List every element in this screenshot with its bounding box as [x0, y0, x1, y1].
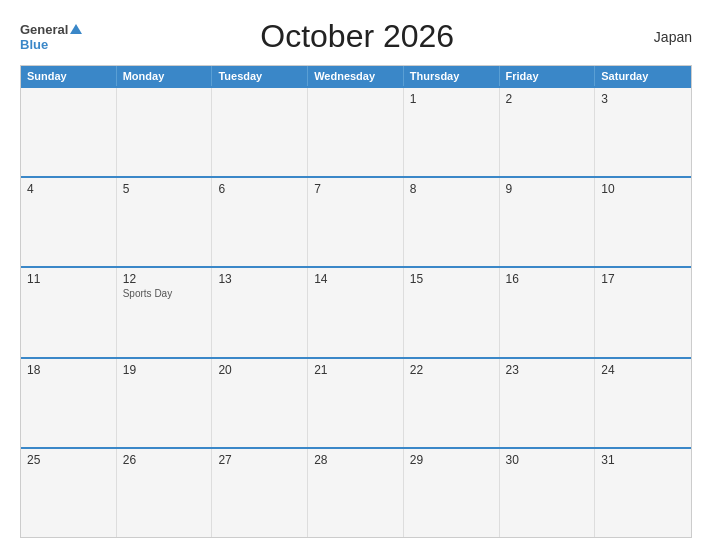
cell-oct-8: 8	[404, 178, 500, 266]
cell-oct-5: 5	[117, 178, 213, 266]
country-label: Japan	[632, 29, 692, 45]
week-4: 18 19 20 21 22 23 24	[21, 357, 691, 447]
week-5: 25 26 27 28 29 30 31	[21, 447, 691, 537]
cell-oct-28: 28	[308, 449, 404, 537]
cell-oct-2: 2	[500, 88, 596, 176]
cell-oct-22: 22	[404, 359, 500, 447]
week-2: 4 5 6 7 8 9 10	[21, 176, 691, 266]
cell-oct-18: 18	[21, 359, 117, 447]
cell-w1-sun	[21, 88, 117, 176]
header-friday: Friday	[500, 66, 596, 86]
week-3: 11 12 Sports Day 13 14 15 16 17	[21, 266, 691, 356]
cell-oct-30: 30	[500, 449, 596, 537]
cell-oct-21: 21	[308, 359, 404, 447]
cell-oct-7: 7	[308, 178, 404, 266]
cell-w1-tue	[212, 88, 308, 176]
logo-triangle-icon	[70, 24, 82, 34]
cell-oct-19: 19	[117, 359, 213, 447]
cell-oct-20: 20	[212, 359, 308, 447]
calendar-header-row: Sunday Monday Tuesday Wednesday Thursday…	[21, 66, 691, 86]
logo: General Blue	[20, 22, 82, 52]
calendar-grid: Sunday Monday Tuesday Wednesday Thursday…	[20, 65, 692, 538]
cell-oct-13: 13	[212, 268, 308, 356]
header-monday: Monday	[117, 66, 213, 86]
cell-oct-3: 3	[595, 88, 691, 176]
cell-oct-16: 16	[500, 268, 596, 356]
cell-oct-15: 15	[404, 268, 500, 356]
header-saturday: Saturday	[595, 66, 691, 86]
cell-oct-6: 6	[212, 178, 308, 266]
logo-general-text: General	[20, 22, 68, 37]
page-header: General Blue October 2026 Japan	[20, 18, 692, 55]
header-thursday: Thursday	[404, 66, 500, 86]
cell-oct-14: 14	[308, 268, 404, 356]
calendar-page: General Blue October 2026 Japan Sunday M…	[0, 0, 712, 550]
cell-oct-23: 23	[500, 359, 596, 447]
cell-oct-10: 10	[595, 178, 691, 266]
cell-oct-25: 25	[21, 449, 117, 537]
cell-oct-4: 4	[21, 178, 117, 266]
cell-oct-17: 17	[595, 268, 691, 356]
cell-oct-29: 29	[404, 449, 500, 537]
cell-oct-11: 11	[21, 268, 117, 356]
calendar-body: 1 2 3 4 5 6 7 8 9 10 11 12 Sports Day	[21, 86, 691, 537]
header-wednesday: Wednesday	[308, 66, 404, 86]
header-tuesday: Tuesday	[212, 66, 308, 86]
sports-day-event: Sports Day	[123, 288, 206, 299]
cell-oct-24: 24	[595, 359, 691, 447]
cell-oct-26: 26	[117, 449, 213, 537]
calendar-title: October 2026	[82, 18, 632, 55]
week-1: 1 2 3	[21, 86, 691, 176]
cell-oct-1: 1	[404, 88, 500, 176]
cell-oct-31: 31	[595, 449, 691, 537]
header-sunday: Sunday	[21, 66, 117, 86]
cell-oct-27: 27	[212, 449, 308, 537]
cell-w1-mon	[117, 88, 213, 176]
logo-blue-text: Blue	[20, 37, 48, 52]
cell-oct-9: 9	[500, 178, 596, 266]
cell-w1-wed	[308, 88, 404, 176]
cell-oct-12: 12 Sports Day	[117, 268, 213, 356]
